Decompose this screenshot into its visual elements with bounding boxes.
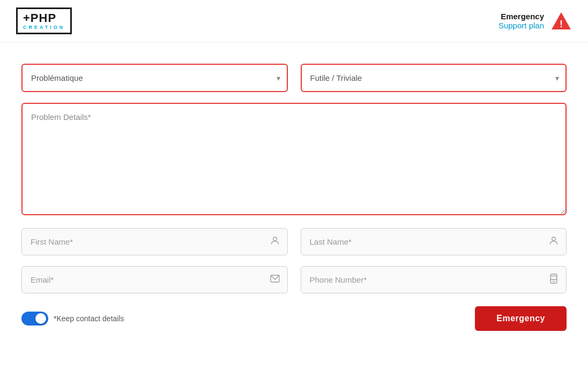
phone-input[interactable] — [301, 266, 567, 293]
logo: +PHP CREATION — [16, 7, 72, 34]
first-name-field — [21, 228, 288, 255]
email-input[interactable] — [21, 266, 288, 293]
toggle-slider — [21, 312, 48, 326]
logo-creation-text: CREATION — [23, 25, 65, 30]
problematique-select[interactable]: Problématique Bug Feature Request Perfor… — [21, 64, 288, 92]
email-wrapper — [21, 266, 288, 293]
footer-row: *Keep contact details Emergency — [21, 306, 567, 331]
phone-field — [301, 266, 567, 293]
email-field — [21, 266, 288, 293]
plan-emergency-label: Emergency — [498, 12, 544, 21]
problematique-select-wrapper: Problématique Bug Feature Request Perfor… — [21, 64, 288, 92]
main-content: Problématique Bug Feature Request Perfor… — [0, 42, 588, 347]
severity-field: Futile / Triviale Mineure Majeure Critiq… — [301, 64, 567, 92]
logo-top: +PHP — [23, 11, 56, 25]
svg-text:!: ! — [560, 19, 563, 29]
header: +PHP CREATION Emergency Support plan ! — [0, 0, 588, 42]
last-name-field — [301, 228, 567, 255]
warning-icon: ! — [550, 10, 572, 32]
logo-php-text: +PHP — [23, 12, 65, 25]
emergency-button[interactable]: Emergency — [475, 306, 567, 331]
severity-select[interactable]: Futile / Triviale Mineure Majeure Critiq… — [301, 64, 567, 92]
name-row — [21, 228, 567, 255]
severity-select-wrapper: Futile / Triviale Mineure Majeure Critiq… — [301, 64, 567, 92]
keep-contact-toggle[interactable] — [21, 312, 48, 326]
first-name-wrapper — [21, 228, 288, 255]
phone-wrapper — [301, 266, 567, 293]
plan-info: Emergency Support plan — [498, 12, 544, 30]
keep-contact-container: *Keep contact details — [21, 312, 124, 326]
plan-support-label: Support plan — [498, 21, 544, 30]
problem-details-wrapper — [21, 103, 567, 217]
header-right: Emergency Support plan ! — [498, 10, 572, 32]
problem-details-input[interactable] — [21, 103, 567, 215]
last-name-wrapper — [301, 228, 567, 255]
problematique-field: Problématique Bug Feature Request Perfor… — [21, 64, 288, 92]
last-name-input[interactable] — [301, 228, 567, 255]
contact-row — [21, 266, 567, 293]
dropdown-row: Problématique Bug Feature Request Perfor… — [21, 64, 567, 92]
keep-contact-label: *Keep contact details — [54, 314, 124, 323]
problem-details-row — [21, 103, 567, 217]
first-name-input[interactable] — [21, 228, 288, 255]
